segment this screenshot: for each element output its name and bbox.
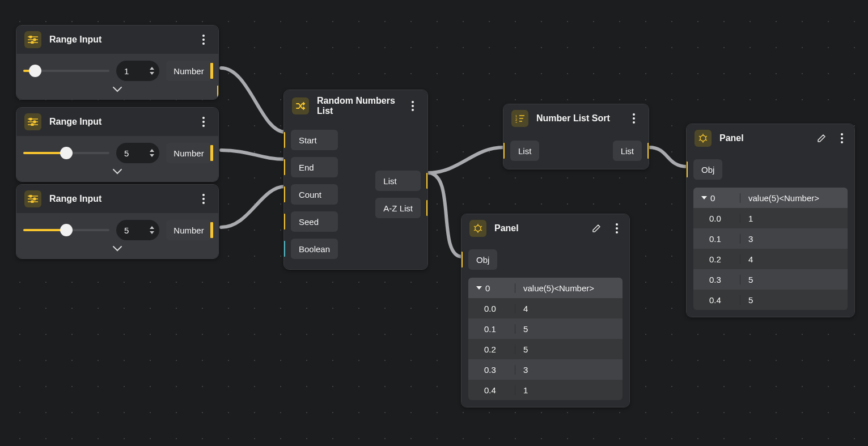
svg-point-4 — [33, 39, 36, 41]
expand-button[interactable] — [23, 163, 211, 175]
svg-line-30 — [480, 226, 482, 227]
node-range-input-1[interactable]: Range Input 1 Number — [16, 25, 219, 100]
output-port-list[interactable]: List — [375, 171, 421, 191]
node-title: Range Input — [49, 35, 189, 45]
svg-line-28 — [480, 230, 482, 231]
node-random-numbers-list[interactable]: Random Numbers List Start End Count Seed… — [283, 90, 428, 270]
value-stepper[interactable]: 1 — [116, 61, 159, 81]
input-port-count[interactable]: Count — [291, 184, 338, 205]
svg-point-5 — [31, 41, 33, 44]
range-slider[interactable] — [23, 224, 109, 236]
table-row: 0.15 — [468, 318, 623, 339]
output-port-number[interactable]: Number — [166, 220, 211, 240]
stepper-arrows[interactable] — [149, 148, 155, 158]
node-canvas[interactable]: Range Input 1 Number — [0, 0, 868, 446]
sort-icon: 123 — [511, 110, 528, 127]
node-title: Range Input — [49, 117, 189, 127]
panel-data-table: 0 value(5)<Number> 0.010.130.240.350.45 — [693, 188, 848, 310]
range-icon — [24, 113, 41, 130]
expand-button[interactable] — [23, 240, 211, 252]
input-port-obj[interactable]: Obj — [693, 159, 722, 180]
caret-down-icon[interactable] — [701, 196, 707, 199]
svg-line-35 — [705, 139, 707, 141]
range-icon — [24, 190, 41, 207]
table-row: 0.33 — [468, 359, 623, 380]
node-title: Random Numbers List — [317, 96, 398, 116]
input-port-boolean[interactable]: Boolean — [291, 239, 338, 259]
table-row: 0.45 — [693, 290, 848, 310]
node-menu-button[interactable] — [610, 222, 624, 235]
node-range-input-2[interactable]: Range Input 5 Number — [16, 107, 219, 182]
node-menu-button[interactable] — [835, 131, 849, 145]
input-port-list[interactable]: List — [510, 141, 539, 161]
table-row: 0.04 — [468, 298, 623, 318]
svg-line-34 — [699, 136, 701, 137]
input-port-start[interactable]: Start — [291, 130, 338, 150]
table-row: 0.01 — [693, 208, 848, 228]
node-title: Range Input — [49, 194, 189, 204]
node-panel-1[interactable]: Panel Obj 0 value(5)<Number> 0.040.150.2… — [461, 214, 630, 407]
svg-point-10 — [33, 121, 36, 123]
svg-point-11 — [31, 124, 33, 126]
input-port-end[interactable]: End — [291, 157, 338, 177]
node-title: Number List Sort — [536, 113, 619, 124]
table-row: 0.35 — [693, 269, 848, 290]
panel-icon — [469, 220, 486, 237]
output-port-az-list[interactable]: A-Z List — [375, 198, 421, 218]
svg-point-9 — [29, 118, 32, 120]
output-port-list[interactable]: List — [613, 141, 642, 161]
output-port-number[interactable]: Number — [166, 61, 211, 81]
table-row: 0.25 — [468, 339, 623, 359]
svg-line-29 — [474, 230, 476, 231]
svg-line-37 — [705, 136, 707, 137]
value-stepper[interactable]: 5 — [116, 143, 159, 163]
output-port-number[interactable]: Number — [166, 143, 211, 163]
svg-text:3: 3 — [515, 121, 518, 123]
node-menu-button[interactable] — [197, 115, 210, 129]
node-number-list-sort[interactable]: 123 Number List Sort List List — [503, 104, 649, 169]
panel-icon — [695, 130, 712, 147]
node-title: Panel — [494, 223, 583, 233]
node-range-input-3[interactable]: Range Input 5 Number — [16, 184, 219, 259]
svg-point-16 — [33, 198, 36, 200]
shuffle-icon — [292, 97, 309, 114]
panel-data-table: 0 value(5)<Number> 0.040.150.250.330.41 — [468, 278, 623, 400]
table-row: 0.41 — [468, 380, 623, 400]
input-port-seed[interactable]: Seed — [291, 211, 338, 232]
range-icon — [24, 31, 41, 48]
edit-button[interactable] — [816, 133, 827, 144]
table-row: 0.13 — [693, 228, 848, 249]
svg-line-36 — [699, 139, 701, 141]
range-slider[interactable] — [23, 147, 109, 159]
expand-button[interactable] — [23, 81, 211, 92]
node-menu-button[interactable] — [627, 112, 641, 125]
stepper-arrows[interactable] — [149, 226, 155, 235]
svg-point-15 — [29, 195, 32, 197]
node-menu-button[interactable] — [197, 192, 210, 206]
svg-line-27 — [474, 226, 476, 227]
input-port-obj[interactable]: Obj — [468, 249, 497, 270]
caret-down-icon[interactable] — [476, 286, 482, 290]
range-slider[interactable] — [23, 65, 109, 77]
node-menu-button[interactable] — [406, 99, 420, 113]
node-title: Panel — [719, 133, 808, 143]
value-stepper[interactable]: 5 — [116, 220, 159, 240]
edit-button[interactable] — [591, 223, 602, 234]
svg-point-17 — [31, 201, 33, 203]
node-panel-2[interactable]: Panel Obj 0 value(5)<Number> 0.010.130.2… — [686, 124, 855, 317]
node-menu-button[interactable] — [197, 33, 210, 46]
table-row: 0.24 — [693, 249, 848, 269]
svg-point-31 — [700, 135, 706, 141]
svg-point-24 — [475, 226, 481, 231]
stepper-arrows[interactable] — [149, 66, 155, 75]
svg-point-3 — [29, 36, 32, 38]
